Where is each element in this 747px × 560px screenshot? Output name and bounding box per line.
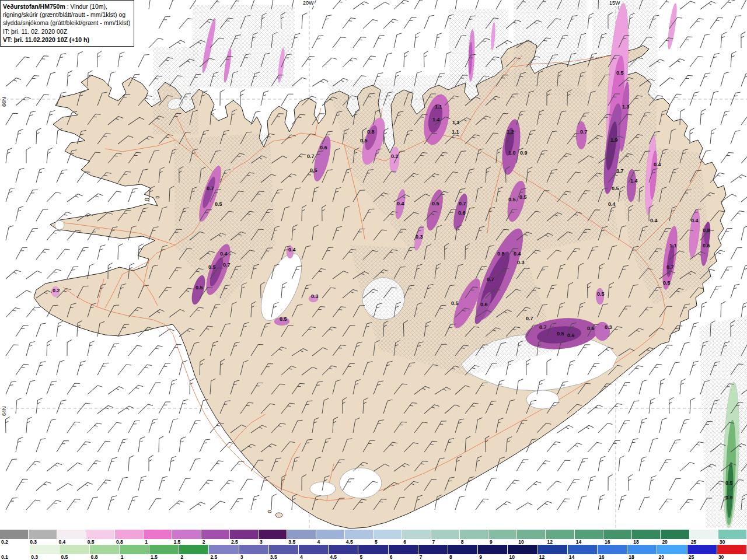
colorbar-cell xyxy=(0,545,30,554)
colorbar-cell xyxy=(179,545,209,554)
colorbar-tick-label: 30 xyxy=(718,539,747,545)
precip-value-label: 0.5 xyxy=(208,264,216,270)
colorbar-sleet-snow xyxy=(0,530,747,539)
colorbar-tick-label: 4.5 xyxy=(345,539,374,545)
precip-value-label: 1.3 xyxy=(622,104,630,110)
colorbar-cell xyxy=(717,545,747,554)
colorbar-cell xyxy=(201,530,230,539)
colorbar-cell xyxy=(478,545,508,554)
colorbar-cell xyxy=(329,545,358,554)
colorbar-cell xyxy=(389,545,418,554)
colorbar-cell xyxy=(627,545,657,554)
colorbar-cell xyxy=(374,530,402,539)
colorbar-sleet-snow-labels: 0.20.30.40.50.811.522.533.544.5567891012… xyxy=(0,539,747,545)
precip-value-label: 0.5 xyxy=(612,186,619,191)
precip-value-label: 0.5 xyxy=(663,280,671,286)
iceland-weather-map: 0.51.31.90.70.70.41.40.50.40.41.11.41.11… xyxy=(0,0,747,530)
colorbar-tick-label: 4.5 xyxy=(329,554,358,560)
precip-value-label: 0.4 xyxy=(691,218,699,223)
colorbar-tick-label: 18 xyxy=(627,554,657,560)
colorbar-tick-label: 5 xyxy=(374,539,402,545)
title-line-1: Veðurstofan/HM750m : Vindur (10m), xyxy=(3,2,130,10)
precip-value-label: 1.2 xyxy=(507,129,514,135)
precip-value-label: 0.3 xyxy=(517,260,525,265)
precip-value-label: 0.5 xyxy=(557,331,564,337)
colorbar-cell xyxy=(603,530,632,539)
precip-value-label: 0.7 xyxy=(616,168,624,174)
colorbar-cell xyxy=(209,545,239,554)
colorbar-cell xyxy=(144,530,172,539)
title-box: Veðurstofan/HM750m : Vindur (10m), rigni… xyxy=(0,0,134,47)
colorbar-cell xyxy=(488,530,517,539)
colorbar-tick-label: 2 xyxy=(179,554,209,560)
colorbar-tick-label: 6 xyxy=(389,554,418,560)
colorbar-tick-label: 1 xyxy=(144,539,172,545)
colorbar-cell xyxy=(287,530,316,539)
colorbar-cell xyxy=(517,530,546,539)
precip-value-label: 0.5 xyxy=(280,316,287,322)
colorbar-tick-label: 3.5 xyxy=(269,554,299,560)
colorbar-tick-label: 1.5 xyxy=(149,554,179,560)
precip-value-label: 0.5 xyxy=(215,201,222,207)
colorbar-tick-label: 3.5 xyxy=(287,539,316,545)
precip-value-label: 0.5 xyxy=(508,197,516,202)
colorbar-cell xyxy=(690,530,718,539)
lat-label-66n: 66N xyxy=(1,96,7,107)
colorbar-cell xyxy=(460,530,488,539)
precip-value-label: 1.4 xyxy=(630,178,638,184)
colorbar-cell xyxy=(568,545,598,554)
colorbar-cell xyxy=(632,530,661,539)
precip-value-label: 0.7 xyxy=(526,316,533,321)
colorbar-tick-label: 2.5 xyxy=(230,539,259,545)
colorbar-cell xyxy=(418,545,448,554)
colorbar-cell xyxy=(299,545,329,554)
precip-value-label: 0.7 xyxy=(459,201,466,206)
colorbar-cell xyxy=(30,545,60,554)
precip-value-label: 1.9 xyxy=(610,137,618,143)
colorbar-tick-label: 4 xyxy=(299,554,329,560)
colorbar-tick-label: 0.2 xyxy=(0,539,29,545)
colorbar-tick-label: 6 xyxy=(402,539,431,545)
precip-value-label: 0.5 xyxy=(310,167,317,173)
colorbar-cell xyxy=(687,545,717,554)
colorbar-cell xyxy=(448,545,478,554)
precip-value-label: 1.1 xyxy=(452,120,460,125)
precip-value-label: 0.4 xyxy=(608,201,616,207)
colorbar-tick-label: 18 xyxy=(632,539,661,545)
colorbar-tick-label: 7 xyxy=(431,539,460,545)
precip-value-label: 0.4 xyxy=(397,201,404,206)
valid-time: VT: þri. 11.02.2020 10Z (+10 h) xyxy=(3,36,130,44)
precip-value-label: 0.4 xyxy=(654,162,661,167)
colorbar-tick-label: 25 xyxy=(690,539,718,545)
colorbar-cell xyxy=(57,530,86,539)
colorbar-cell xyxy=(661,530,689,539)
colorbar-cell xyxy=(546,530,574,539)
lon-label-15w: 15W xyxy=(609,0,621,6)
precip-value-label: 0.5 xyxy=(451,300,459,306)
precip-value-label: 0.4 xyxy=(220,251,228,257)
colorbar-tick-label: 25 xyxy=(687,554,717,560)
precip-value-label: 0.5 xyxy=(616,70,624,76)
colorbar-cell xyxy=(538,545,568,554)
precip-value-label: 0.6 xyxy=(703,243,710,249)
precip-cell xyxy=(576,121,587,149)
colorbar-tick-label: 1.5 xyxy=(172,539,201,545)
precip-value-label: 0.5 xyxy=(360,138,368,144)
precip-value-label: 0.6 xyxy=(320,145,327,150)
colorbar-cell xyxy=(0,530,29,539)
precip-value-label: 0.7 xyxy=(307,153,315,159)
model-name: Veðurstofan/HM750m xyxy=(3,3,65,10)
precip-value-label: 0.6 xyxy=(458,210,466,216)
precip-value-label: 1.1 xyxy=(452,129,459,135)
colorbar-tick-label: 20 xyxy=(657,554,687,560)
colorbar-cell xyxy=(718,530,747,539)
colorbar-tick-label: 12 xyxy=(538,554,568,560)
colorbar-cell xyxy=(575,530,603,539)
colorbar-cell xyxy=(508,545,537,554)
precip-value-label: 1.0 xyxy=(508,150,516,156)
precip-value-label: 0.3 xyxy=(605,324,612,330)
precip-value-label: 1.1 xyxy=(669,243,677,249)
precip-value-label: 0.7 xyxy=(666,264,674,270)
colorbar-tick-label: 14 xyxy=(568,554,598,560)
precip-value-label: 0.9 xyxy=(725,495,733,501)
